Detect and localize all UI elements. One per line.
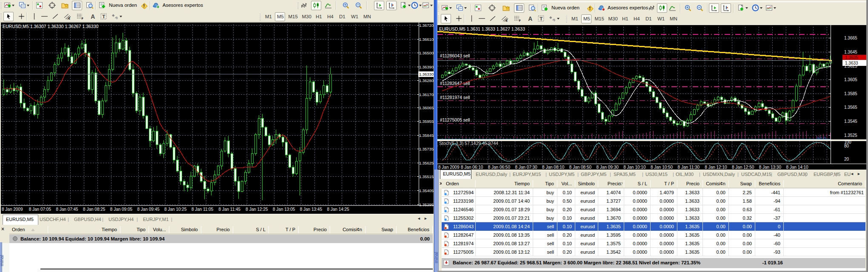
svg-text:#11282647 sell: #11282647 sell [440,81,470,86]
svg-text:8 Jan 10:50: 8 Jan 10:50 [651,165,673,170]
svg-text:1.3565: 1.3565 [844,105,857,110]
svg-text:1.3605: 1.3605 [844,77,857,82]
svg-text:8 Jan 08:25: 8 Jan 08:25 [83,207,106,212]
svg-text:1.36610: 1.36610 [419,37,434,42]
svg-text:8 Jan 09:05: 8 Jan 09:05 [110,207,133,212]
svg-text:100: 100 [844,140,851,144]
svg-text:8 Jan 11:30: 8 Jan 11:30 [678,165,700,170]
svg-text:1.35515: 1.35515 [419,174,434,179]
svg-text:Stoch(5,3,3) 57.1429 45.9744: Stoch(5,3,3) 57.1429 45.9744 [439,141,498,146]
svg-text:1.3645: 1.3645 [844,50,857,54]
svg-text:1.35625: 1.35625 [419,161,434,165]
svg-text:8 Jan 08:10: 8 Jan 08:10 [542,165,565,170]
svg-text:8 Jan 07:05: 8 Jan 07:05 [29,207,51,212]
svg-text:T: T [102,14,105,19]
svg-text:8 Jan 09:45: 8 Jan 09:45 [137,207,160,212]
svg-text:8 Jan 12:10: 8 Jan 12:10 [705,165,727,170]
svg-text:#11275005 sell: #11275005 sell [440,117,470,122]
svg-text:1.35955: 1.35955 [419,119,434,124]
svg-text:8 Jan 07:30: 8 Jan 07:30 [515,165,537,170]
svg-text:8 Jan 12:25: 8 Jan 12:25 [246,207,268,212]
svg-text:T: T [540,16,542,21]
svg-text:1.35405: 1.35405 [419,188,434,193]
svg-text:8 Jan 13:30: 8 Jan 13:30 [759,165,782,170]
svg-text:E: E [69,17,70,20]
svg-text:F: F [519,19,521,22]
svg-text:8 Jan 06:10: 8 Jan 06:10 [461,165,483,170]
svg-text:1.35735: 1.35735 [419,147,434,151]
svg-text:8 Jan 08:50: 8 Jan 08:50 [569,165,592,170]
svg-text:8 Jan 06:50: 8 Jan 06:50 [488,165,511,170]
svg-text:8 Jan 12:50: 8 Jan 12:50 [732,165,754,170]
svg-text:8 Jan 13:45: 8 Jan 13:45 [300,207,323,212]
svg-text:1.36065: 1.36065 [419,105,434,110]
svg-text:E: E [506,19,508,22]
svg-text:8 Jan 09:30: 8 Jan 09:30 [597,165,619,170]
svg-text:1.36390: 1.36390 [419,65,434,69]
svg-text:1.36500: 1.36500 [419,51,434,55]
svg-text:8 Jan 11:45: 8 Jan 11:45 [219,207,241,212]
svg-text:8 Jan 10:10: 8 Jan 10:10 [623,165,646,170]
svg-text:1.3585: 1.3585 [844,91,857,96]
svg-text:F: F [82,17,83,20]
svg-text:8 Jan 13:05: 8 Jan 13:05 [273,207,295,212]
svg-text:1.36720: 1.36720 [419,23,434,28]
svg-text:1.36170: 1.36170 [419,92,434,97]
svg-text:8 Jan 11:05: 8 Jan 11:05 [191,207,214,212]
svg-text:1.3525: 1.3525 [844,133,857,138]
svg-text:A: A [91,13,95,20]
svg-text:8 Jan 2009: 8 Jan 2009 [438,165,460,170]
svg-text:8 Jan 14:25: 8 Jan 14:25 [327,207,349,212]
svg-text:1.35845: 1.35845 [419,133,434,138]
svg-text:8 Jan 10:25: 8 Jan 10:25 [164,207,187,212]
svg-text:8 Jan 2009: 8 Jan 2009 [2,207,23,212]
svg-text:1.36330: 1.36330 [419,72,434,76]
svg-text:A: A [528,15,532,22]
svg-text:#11281974 sell: #11281974 sell [440,95,470,100]
svg-text:1.3633: 1.3633 [845,61,858,65]
svg-text:EURUSD,M5 1.3631 1.3633 1.362: EURUSD,M5 1.3631 1.3633 1.3627 1.3633 [439,26,525,31]
svg-text:1.3545: 1.3545 [844,119,857,124]
svg-text:8 Jan 14:10: 8 Jan 14:10 [786,165,808,170]
svg-text:1.35295: 1.35295 [419,202,434,207]
svg-text:#11286043 sell: #11286043 sell [440,53,470,58]
svg-text:1.3665: 1.3665 [844,36,857,40]
svg-text:8 Jan 07:45: 8 Jan 07:45 [56,207,78,212]
svg-text:1.3635: 1.3635 [845,55,858,60]
svg-text:1.36280: 1.36280 [419,78,434,83]
svg-text:20: 20 [844,157,849,162]
svg-text:EURUSD,M5 1.36307 1.36330 1.3: EURUSD,M5 1.36307 1.36330 1.36267 1.3633… [3,24,98,29]
